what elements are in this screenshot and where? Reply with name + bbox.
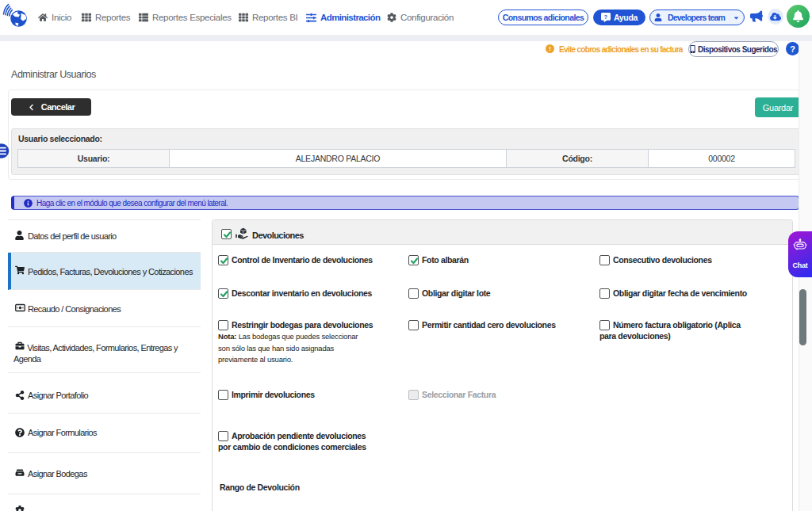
svg-text:?: ? xyxy=(604,14,607,20)
